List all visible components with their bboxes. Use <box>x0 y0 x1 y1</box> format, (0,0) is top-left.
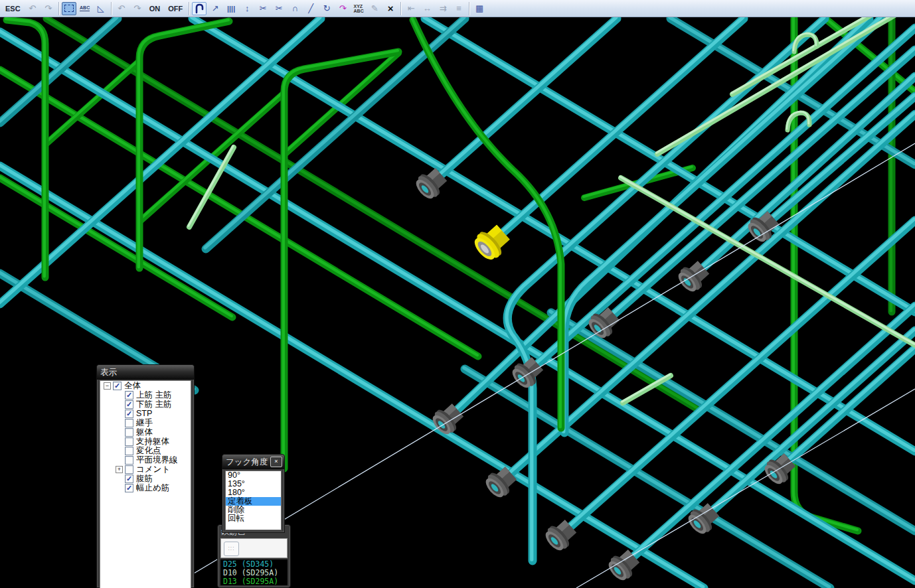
tree-item[interactable]: 継手 <box>100 418 191 427</box>
extend-tool-icon[interactable]: ↕ <box>240 2 254 15</box>
tree-checkbox[interactable] <box>125 456 133 465</box>
collapse-icon[interactable]: − <box>104 382 111 390</box>
tree-item[interactable]: 平面境界線 <box>100 455 191 465</box>
tree-checkbox[interactable]: ✓ <box>125 391 133 400</box>
tree-item[interactable]: 変化点 <box>100 446 191 455</box>
move-end-tool-icon-glyph: ↗ <box>212 3 219 13</box>
redo-icon-glyph: ↷ <box>44 3 52 13</box>
tree-checkbox[interactable]: ✓ <box>125 484 133 492</box>
close-icon[interactable]: × <box>270 457 282 467</box>
construction-line <box>576 389 915 588</box>
align-left-icon-glyph: ⇤ <box>408 3 415 13</box>
extend-tool-icon-glyph: ↕ <box>245 3 250 13</box>
align-right-icon[interactable]: ⇉ <box>436 2 450 15</box>
main-toolbar: ESC↶↷ABC◺↶↷ONOFF↗||||↕✂✂∩╱↻↷XYZABC✎×⇤↔⇉≡… <box>0 0 915 17</box>
hook-angle-title: フック角度 <box>226 457 268 468</box>
grid-view-icon[interactable]: ▦ <box>472 2 487 15</box>
legend-options-button[interactable]: ······ <box>224 542 239 556</box>
adjust-sliders-icon-glyph: ≡ <box>456 3 461 13</box>
xyz-abc-glyph: XYZABC <box>354 4 364 13</box>
hook-tool-icon[interactable] <box>192 2 207 15</box>
align-left-icon[interactable]: ⇤ <box>404 2 418 15</box>
tree-item-label: 腹筋 <box>136 474 153 483</box>
rotate-tool-icon[interactable]: ↻ <box>319 2 334 15</box>
rebar[interactable] <box>564 19 881 433</box>
tree-item-label: 継手 <box>136 418 153 427</box>
measure-annotate-icon[interactable]: ◺ <box>94 2 108 15</box>
dashed-selection-icon <box>64 5 74 12</box>
undo-edit-icon[interactable]: ↶ <box>114 2 129 15</box>
rebar-color-panel: 鉄筋色 ······ D25 (SD345)D10 (SD295A)D13 (S… <box>217 524 291 588</box>
move-end-tool-icon[interactable]: ↗ <box>208 2 222 15</box>
redo-edit-icon[interactable]: ↷ <box>130 2 145 15</box>
cut-multi-tool-icon[interactable]: ✂ <box>272 2 286 15</box>
cut-multi-tool-icon-glyph: ✂ <box>276 3 283 13</box>
stirrup-tool-icon[interactable]: ∩ <box>288 2 302 15</box>
display-panel-titlebar[interactable]: 表示 <box>97 365 194 380</box>
toolbar-separator <box>189 2 189 15</box>
tree-checkbox[interactable] <box>125 437 133 446</box>
off-button[interactable]: OFF <box>165 2 186 15</box>
display-panel-title: 表示 <box>100 367 117 378</box>
display-tree: −✓全体✓上筋 主筋✓下筋 主筋✓STP継手躯体支持躯体変化点平面境界線+コメン… <box>100 380 191 588</box>
align-both-icon-glyph: ↔ <box>423 3 432 13</box>
hook-glyph <box>194 3 205 15</box>
tree-item[interactable]: ✓幅止め筋 <box>100 483 191 492</box>
tree-item[interactable]: 支持躯体 <box>100 437 191 446</box>
tree-checkbox[interactable] <box>125 419 133 427</box>
tree-checkbox[interactable] <box>125 428 133 437</box>
tree-item-label: 全体 <box>124 381 141 390</box>
hook-angle-panel: フック角度 × 90°135°180°定着板削除回転 <box>222 454 285 533</box>
tree-checkbox[interactable]: ✓ <box>125 409 133 418</box>
tree-checkbox[interactable] <box>125 465 133 474</box>
hook-angle-titlebar[interactable]: フック角度 × <box>222 455 284 469</box>
delete-icon[interactable]: × <box>383 2 398 15</box>
cut-tool-icon[interactable]: ✂ <box>256 2 270 15</box>
align-both-icon[interactable]: ↔ <box>420 2 434 15</box>
rebar-highlight <box>521 27 914 377</box>
undo-icon[interactable]: ↶ <box>25 2 40 15</box>
delete-x-glyph: × <box>388 3 394 14</box>
toolbar-separator <box>400 2 401 15</box>
pointer-tool-icon-glyph: ↷ <box>339 3 347 13</box>
redo-icon[interactable]: ↷ <box>41 2 56 15</box>
text-annotate-icon[interactable]: ABC <box>78 2 92 15</box>
redo-edit-icon-glyph: ↷ <box>133 3 141 13</box>
tree-item[interactable]: ✓腹筋 <box>100 474 191 483</box>
tree-item[interactable]: ✓STP <box>100 409 191 418</box>
hook-angle-option[interactable]: 回転 <box>226 514 281 523</box>
rebar-color-list: D25 (SD345)D10 (SD295A)D13 (SD295A) <box>220 559 288 585</box>
expand-icon[interactable]: + <box>116 466 123 473</box>
tree-checkbox[interactable]: ✓ <box>125 475 133 483</box>
select-annotate-icon[interactable] <box>62 2 76 15</box>
stirrup-tool-icon-glyph: ∩ <box>291 3 297 13</box>
tree-item[interactable]: ✓下筋 主筋 <box>100 400 191 409</box>
pitch-tool-icon[interactable]: |||| <box>224 2 238 15</box>
tree-item-label: 変化点 <box>136 446 161 455</box>
xyz-label-icon[interactable]: XYZABC <box>351 2 366 15</box>
on-button[interactable]: ON <box>146 2 164 15</box>
tree-checkbox[interactable]: ✓ <box>113 382 122 390</box>
esc-button[interactable]: ESC <box>2 2 24 15</box>
adjust-sliders-icon[interactable]: ≡ <box>452 2 466 15</box>
pencil-icon[interactable]: ✎ <box>367 2 382 15</box>
pitch-lines-glyph: |||| <box>227 5 235 13</box>
tree-item-label: 平面境界線 <box>136 455 178 465</box>
tree-item[interactable]: ✓上筋 主筋 <box>100 390 191 400</box>
tree-item-label: 躯体 <box>136 427 153 437</box>
tree-checkbox[interactable] <box>125 447 133 455</box>
pointer-tool-icon[interactable]: ↷ <box>335 2 350 15</box>
tree-item[interactable]: 躯体 <box>100 427 191 437</box>
tree-item-label: 下筋 主筋 <box>136 400 171 409</box>
tree-item[interactable]: +コメント <box>100 465 191 474</box>
tree-item[interactable]: −✓全体 <box>100 381 191 390</box>
undo-edit-icon-glyph: ↶ <box>118 3 125 13</box>
slope-tool-icon-glyph: ╱ <box>308 3 313 13</box>
application-window: 9 ESC↶↷ABC◺↶↷ONOFF↗||||↕✂✂∩╱↻↷XYZABC✎×⇤↔… <box>0 0 915 588</box>
pencil-icon-glyph: ✎ <box>371 3 378 13</box>
slope-tool-icon[interactable]: ╱ <box>303 2 318 15</box>
tree-checkbox[interactable]: ✓ <box>125 400 133 409</box>
toolbar-separator <box>58 2 59 15</box>
rebar-color-entry: D13 (SD295A) <box>223 577 288 586</box>
display-panel: 表示 −✓全体✓上筋 主筋✓下筋 主筋✓STP継手躯体支持躯体変化点平面境界線+… <box>96 364 195 588</box>
